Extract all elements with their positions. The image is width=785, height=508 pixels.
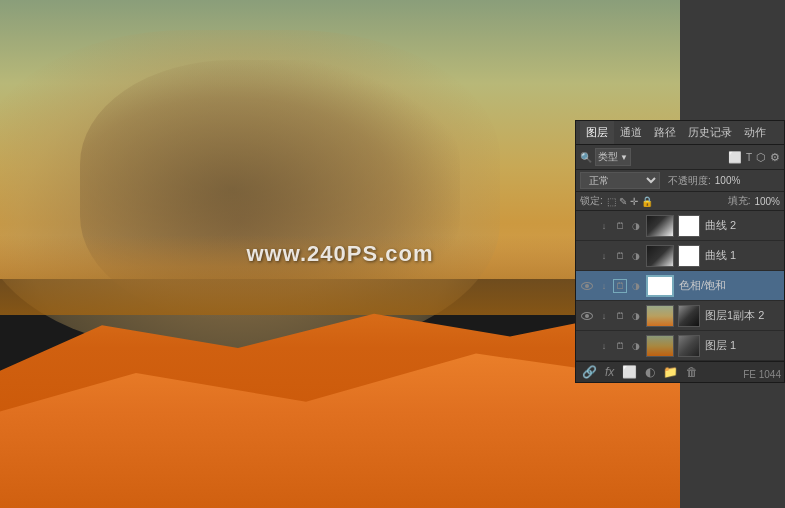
layer-name-layer1copy: 图层1副本 2 [703, 308, 780, 323]
search-icon: 🔍 [580, 152, 592, 163]
arrow-icon: ↓ [597, 279, 611, 293]
layer-thumb-layer1copy [646, 305, 674, 327]
group-icon[interactable]: 📁 [661, 364, 680, 380]
arrow-icon: ↓ [597, 309, 611, 323]
filter-icons: ⬜ T ⬡ ⚙ [728, 151, 780, 164]
panel-search-row: 🔍 类型 ▼ ⬜ T ⬡ ⚙ [576, 145, 784, 170]
clip-icon: ◑ [629, 249, 643, 263]
blend-mode-row: 正常 不透明度: 100% [576, 170, 784, 192]
layer-controls-layer1copy: ↓ 🗒 ◑ [597, 309, 643, 323]
link-layer-icon: 🗒 [613, 339, 627, 353]
layer-mask-curves1 [678, 245, 700, 267]
clip-icon: ◑ [629, 309, 643, 323]
link-layer-icon: 🗒 [613, 219, 627, 233]
opacity-value: 100% [715, 175, 741, 186]
lock-paint-icon[interactable]: ✎ [619, 196, 627, 207]
mask-icon[interactable]: ⬜ [620, 364, 639, 380]
layer-visibility-layer1[interactable] [580, 339, 594, 353]
layer-controls-layer1: ↓ 🗒 ◑ [597, 339, 643, 353]
fx-icon[interactable]: fx [603, 364, 616, 380]
tab-paths[interactable]: 路径 [648, 121, 682, 144]
layer-visibility-curves2[interactable] [580, 219, 594, 233]
link-icon[interactable]: 🔗 [580, 364, 599, 380]
layer-visibility-curves1[interactable] [580, 249, 594, 263]
tab-channels[interactable]: 通道 [614, 121, 648, 144]
link-layer-icon: 🗒 [613, 309, 627, 323]
layer-row-layer1[interactable]: ↓ 🗒 ◑ 图层 1 [576, 331, 784, 361]
layer-name-huesat: 色相/饱和 [677, 278, 780, 293]
lock-move-icon[interactable]: ✛ [630, 196, 638, 207]
layer-mask-layer1copy [678, 305, 700, 327]
layer-name-curves1: 曲线 1 [703, 248, 780, 263]
fill-value: 100% [754, 196, 780, 207]
layer-row-layer1copy[interactable]: ↓ 🗒 ◑ 图层1副本 2 [576, 301, 784, 331]
clip-icon: ◑ [629, 279, 643, 293]
tab-actions[interactable]: 动作 [738, 121, 772, 144]
adjustment-icon[interactable]: ◐ [643, 364, 657, 380]
chevron-down-icon: ▼ [620, 153, 628, 162]
lock-all-icon[interactable]: 🔒 [641, 196, 653, 207]
link-layer-icon: 🗒 [613, 279, 627, 293]
clip-icon: ◑ [629, 339, 643, 353]
clip-icon: ◑ [629, 219, 643, 233]
lock-row: 锁定: ⬚ ✎ ✛ 🔒 填充: 100% [576, 192, 784, 211]
layer-visibility-huesat[interactable] [580, 279, 594, 293]
layer-thumb-curves1 [646, 245, 674, 267]
arrow-icon: ↓ [597, 339, 611, 353]
type-filter-dropdown[interactable]: 类型 ▼ [595, 148, 631, 166]
shape-filter-icon[interactable]: ⬡ [756, 151, 766, 164]
tab-history[interactable]: 历史记录 [682, 121, 738, 144]
layer-controls-huesat: ↓ 🗒 ◑ [597, 279, 643, 293]
layer-row-curves1[interactable]: ↓ 🗒 ◑ 曲线 1 [576, 241, 784, 271]
layer-thumb-huesat [646, 275, 674, 297]
pixel-filter-icon[interactable]: ⬜ [728, 151, 742, 164]
lock-icons-group: ⬚ ✎ ✛ 🔒 [607, 196, 653, 207]
blend-mode-select[interactable]: 正常 [580, 172, 660, 189]
text-filter-icon[interactable]: T [746, 152, 752, 163]
smart-filter-icon[interactable]: ⚙ [770, 151, 780, 164]
trash-icon[interactable]: 🗑 [684, 364, 700, 380]
layer-name-layer1: 图层 1 [703, 338, 780, 353]
link-layer-icon: 🗒 [613, 249, 627, 263]
arrow-icon: ↓ [597, 249, 611, 263]
layer-controls-curves1: ↓ 🗒 ◑ [597, 249, 643, 263]
layer-visibility-layer1copy[interactable] [580, 309, 594, 323]
tab-layers[interactable]: 图层 [580, 121, 614, 144]
arrow-icon: ↓ [597, 219, 611, 233]
opacity-label: 不透明度: [668, 174, 711, 188]
layer-row-huesat[interactable]: ↓ 🗒 ◑ 色相/饱和 [576, 271, 784, 301]
panel-tabs: 图层 通道 路径 历史记录 动作 [576, 121, 784, 145]
layer-thumb-curves2 [646, 215, 674, 237]
layers-panel: 图层 通道 路径 历史记录 动作 🔍 类型 ▼ ⬜ T ⬡ ⚙ 正常 不透明度:… [575, 120, 785, 383]
layer-name-curves2: 曲线 2 [703, 218, 780, 233]
footer-text: FE 1044 [705, 369, 785, 380]
lock-label: 锁定: [580, 194, 603, 208]
lock-transparent-icon[interactable]: ⬚ [607, 196, 616, 207]
layer-thumb-layer1 [646, 335, 674, 357]
layer-row-curves2[interactable]: ↓ 🗒 ◑ 曲线 2 [576, 211, 784, 241]
layer-mask-layer1 [678, 335, 700, 357]
layer-mask-curves2 [678, 215, 700, 237]
fill-label: 填充: [728, 194, 751, 208]
layer-controls-curves2: ↓ 🗒 ◑ [597, 219, 643, 233]
